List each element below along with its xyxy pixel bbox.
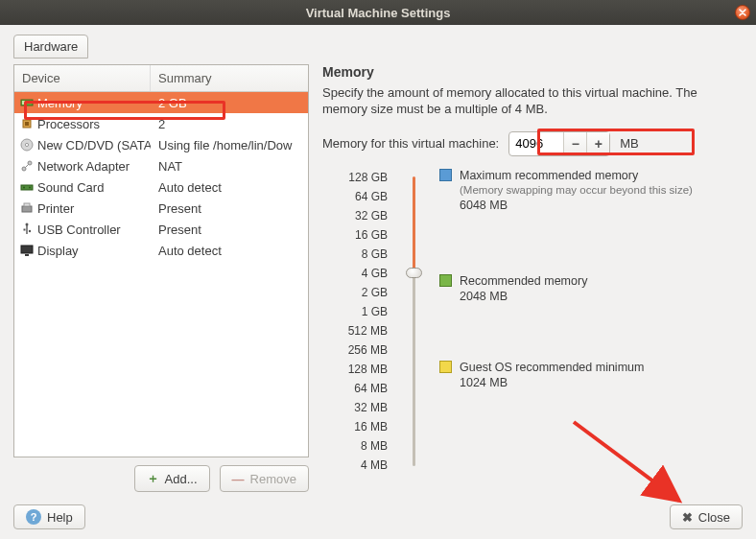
svg-rect-8 [21,185,33,190]
memory-increment-button[interactable]: + [586,132,609,155]
device-row-printer[interactable]: Printer Present [14,198,308,219]
device-summary: 2 [151,117,308,131]
device-row-network[interactable]: Network Adapter NAT [14,155,308,176]
memory-spinner: − + [508,131,610,156]
memory-slider-track[interactable] [413,176,415,466]
disc-icon [20,138,34,152]
marker-max: Maximum recommended memory (Memory swapp… [439,168,693,213]
device-row-sound[interactable]: Sound Card Auto detect [14,176,308,198]
memory-tick-label: 4 MB [322,456,397,475]
marker-rec-value: 2048 MB [460,289,587,304]
minus-icon: — [232,472,245,486]
memory-description: Specify the amount of memory allocated t… [322,85,743,118]
svg-rect-12 [24,203,30,206]
device-name: Processors [37,117,100,131]
remove-label: Remove [250,472,296,486]
marker-min-title: Guest OS recommended minimum [460,360,644,375]
marker-min-value: 1024 MB [460,375,644,390]
device-row-memory[interactable]: Memory 2 GB [14,92,308,113]
svg-point-13 [26,223,29,226]
usb-icon [20,223,34,236]
device-row-processors[interactable]: Processors 2 [14,113,308,134]
device-summary: Auto detect [151,244,308,258]
marker-max-value: 6048 MB [460,198,693,213]
device-list-header: Device Summary [14,65,308,92]
memory-heading: Memory [322,64,743,80]
svg-rect-1 [22,101,25,105]
memory-tick-label: 512 MB [322,321,397,340]
memory-tick-label: 16 GB [322,225,397,245]
svg-rect-3 [25,122,29,126]
device-summary: Auto detect [151,180,308,195]
device-list-buttons: ＋ Add... — Remove [13,465,309,492]
memory-input-label: Memory for this virtual machine: [322,136,499,151]
memory-decrement-button[interactable]: − [563,132,586,155]
device-row-display[interactable]: Display Auto detect [14,240,308,261]
yellow-swatch-icon [439,361,452,373]
close-icon: ✖ [682,510,693,525]
summary-col-header[interactable]: Summary [151,65,308,91]
memory-tick-label: 32 MB [322,398,397,417]
memory-tick-label: 4 GB [322,264,397,283]
sound-icon [20,180,34,194]
memory-icon [20,96,34,109]
memory-unit: MB [620,136,639,151]
memory-tick-label: 128 GB [322,168,397,187]
marker-recommended: Recommended memory 2048 MB [439,273,587,305]
memory-tick-label: 32 GB [322,206,397,225]
memory-tick-label: 64 MB [322,379,397,398]
memory-tick-label: 2 GB [322,283,397,302]
svg-point-15 [29,230,31,232]
device-summary: NAT [151,159,308,174]
memory-tick-label: 8 MB [322,436,397,456]
memory-slider-thumb[interactable] [406,268,422,278]
device-list: Device Summary Memory 2 GB [13,64,309,457]
memory-tick-label: 64 GB [322,187,397,206]
device-summary: Present [151,223,308,237]
device-row-usb[interactable]: USB Controller Present [14,219,308,240]
device-name: Printer [37,201,74,216]
help-icon: ? [26,509,41,525]
device-name: Network Adapter [37,159,130,174]
window-title: Virtual Machine Settings [306,6,451,20]
left-column: Device Summary Memory 2 GB [13,64,309,492]
dialog-footer: ? Help ✖ Close [13,504,743,529]
add-device-button[interactable]: ＋ Add... [134,465,210,492]
device-row-cddvd[interactable]: New CD/DVD (SATA) Using file /home/lin/D… [14,134,308,155]
memory-input[interactable] [509,136,563,151]
device-col-header[interactable]: Device [14,65,151,91]
memory-tick-label: 1 GB [322,302,397,321]
memory-markers: Maximum recommended memory (Memory swapp… [430,168,743,475]
memory-panel: Memory Specify the amount of memory allo… [322,64,743,492]
dialog-content: Hardware Device Summary Memory 2 GB [0,25,756,502]
memory-tick-label: 8 GB [322,245,397,264]
svg-point-9 [23,187,25,189]
svg-rect-16 [21,246,33,253]
device-name: New CD/DVD (SATA) [37,138,151,152]
memory-scale: 128 GB64 GB32 GB16 GB8 GB4 GB2 GB1 GB512… [322,168,743,475]
tab-hardware[interactable]: Hardware [13,35,88,59]
svg-rect-14 [24,229,26,231]
printer-icon [20,201,34,215]
display-icon [20,244,34,257]
svg-point-6 [22,167,26,171]
svg-point-5 [25,143,28,146]
memory-input-row: Memory for this virtual machine: − + MB [322,131,743,156]
memory-tick-label: 256 MB [322,340,397,360]
plus-icon: ＋ [147,470,159,487]
memory-slider-column [397,168,430,475]
memory-tick-labels: 128 GB64 GB32 GB16 GB8 GB4 GB2 GB1 GB512… [322,168,397,475]
device-summary: 2 GB [151,96,308,110]
help-button[interactable]: ? Help [13,504,85,529]
window-close-icon[interactable] [735,5,750,20]
network-icon [20,159,34,173]
device-name: Display [37,244,79,258]
blue-swatch-icon [439,169,452,181]
remove-device-button[interactable]: — Remove [220,465,309,492]
marker-max-note: (Memory swapping may occur beyond this s… [460,183,693,198]
memory-tick-label: 128 MB [322,360,397,379]
marker-rec-title: Recommended memory [460,273,587,289]
svg-rect-11 [22,206,32,212]
svg-rect-17 [25,254,29,256]
close-button[interactable]: ✖ Close [670,504,743,529]
